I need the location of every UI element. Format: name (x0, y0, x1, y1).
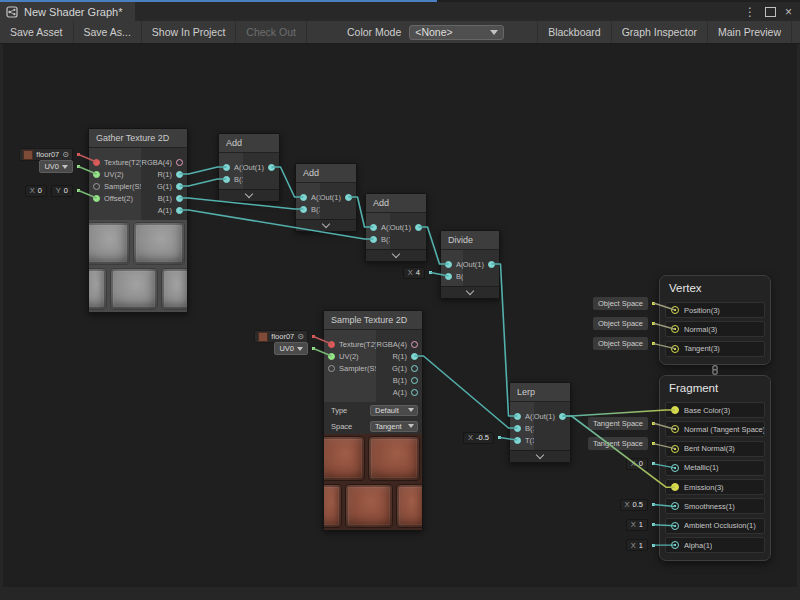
space-tag[interactable]: Tangent Space (588, 417, 655, 430)
number-field[interactable]: X4 (403, 267, 425, 279)
output-port[interactable] (411, 341, 418, 348)
output-port[interactable] (176, 183, 183, 190)
number-field[interactable]: X0.5 (620, 499, 648, 511)
space-tag[interactable]: Tangent Space (588, 437, 655, 450)
option-dropdown[interactable]: Default (370, 405, 418, 416)
input-port[interactable] (300, 206, 307, 213)
number-field[interactable]: Y0 (51, 185, 73, 197)
output-port[interactable] (488, 261, 495, 268)
node-gather[interactable]: Gather Texture 2DTexture(T2)UV(2)Sampler… (88, 128, 188, 313)
output-port[interactable] (345, 194, 352, 201)
object-picker-icon[interactable]: ⊙ (62, 151, 69, 159)
collapse-bar[interactable] (510, 450, 570, 462)
block-row[interactable]: Position(3) (665, 302, 765, 318)
number-field-widget[interactable]: X0.5 (620, 498, 655, 511)
blackboard-button[interactable]: Blackboard (537, 21, 612, 43)
collapse-bar[interactable] (296, 219, 356, 231)
collapse-bar[interactable] (441, 286, 499, 298)
number-field-widget[interactable]: X1 (626, 518, 655, 531)
kebab-menu-icon[interactable]: ⋮ (744, 6, 756, 18)
block-row[interactable]: Normal (Tangent Space)(3) (665, 421, 765, 437)
fields-widget[interactable]: X0Y0 (25, 184, 80, 197)
block-port[interactable] (671, 464, 679, 472)
input-port[interactable] (514, 413, 521, 420)
output-port[interactable] (176, 159, 183, 166)
output-port[interactable] (176, 207, 183, 214)
input-port[interactable] (514, 437, 521, 444)
input-port[interactable] (328, 365, 335, 372)
check-out-button[interactable]: Check Out (236, 21, 307, 43)
color-mode-dropdown[interactable]: <None> (409, 25, 504, 40)
block-row[interactable]: Alpha(1) (665, 537, 765, 553)
block-port[interactable] (671, 483, 679, 491)
save-as-button[interactable]: Save As... (74, 21, 142, 43)
number-field[interactable]: X0 (626, 458, 648, 470)
save-asset-button[interactable]: Save Asset (0, 21, 74, 43)
block-row[interactable]: Tangent(3) (665, 341, 765, 357)
number-field[interactable]: X1 (626, 519, 648, 531)
node-lerp[interactable]: LerpA(1)B(1)T(1)Out(1) (509, 382, 571, 463)
node-add1[interactable]: AddA(1)B(1)Out(1) (218, 133, 280, 202)
node-sample[interactable]: Sample Texture 2DTexture(T2)UV(2)Sampler… (323, 310, 423, 531)
block-port[interactable] (671, 425, 679, 433)
input-port[interactable] (93, 159, 100, 166)
block-vertex[interactable]: VertexPosition(3)Normal(3)Tangent(3) (659, 275, 771, 365)
graph-inspector-button[interactable]: Graph Inspector (611, 21, 708, 43)
input-port[interactable] (93, 195, 100, 202)
uv-channel-dropdown[interactable]: UV0 (39, 160, 73, 173)
block-port[interactable] (671, 445, 679, 453)
dropdown-widget[interactable]: UV0 (39, 160, 80, 173)
main-preview-button[interactable]: Main Preview (707, 21, 792, 43)
space-tag[interactable]: Object Space (593, 337, 655, 350)
block-row[interactable]: Emission(3) (665, 479, 765, 495)
node-add2[interactable]: AddA(1)B(1)Out(1) (295, 163, 357, 232)
block-row[interactable]: Base Color(3) (665, 402, 765, 418)
output-port[interactable] (176, 195, 183, 202)
space-tag[interactable]: Object Space (593, 297, 655, 310)
number-field[interactable]: X-0.5 (463, 432, 494, 444)
number-field-widget[interactable]: X1 (626, 539, 655, 552)
block-port[interactable] (671, 541, 679, 549)
number-field[interactable]: X1 (626, 539, 648, 551)
tab-new-shader-graph[interactable]: New Shader Graph* (0, 2, 135, 21)
dropdown-widget[interactable]: UV0 (274, 342, 315, 355)
block-port[interactable] (671, 345, 679, 353)
block-port[interactable] (671, 502, 679, 510)
graph-canvas[interactable]: Gather Texture 2DTexture(T2)UV(2)Sampler… (0, 0, 800, 600)
fields-widget[interactable]: X-0.5 (463, 431, 501, 444)
block-port[interactable] (671, 406, 679, 414)
block-row[interactable]: Ambient Occlusion(1) (665, 518, 765, 534)
input-port[interactable] (300, 194, 307, 201)
output-port[interactable] (176, 171, 183, 178)
maximize-icon[interactable] (765, 7, 776, 17)
input-port[interactable] (223, 176, 230, 183)
input-port[interactable] (445, 273, 452, 280)
block-row[interactable]: Smoothness(1) (665, 498, 765, 514)
number-field[interactable]: X0 (25, 185, 47, 197)
close-icon[interactable]: × (785, 6, 792, 18)
input-port[interactable] (328, 341, 335, 348)
output-port[interactable] (411, 377, 418, 384)
output-port[interactable] (268, 164, 275, 171)
output-port[interactable] (411, 389, 418, 396)
block-row[interactable]: Bent Normal(3) (665, 441, 765, 457)
block-row[interactable]: Normal(3) (665, 321, 765, 337)
block-port[interactable] (671, 325, 679, 333)
fields-widget[interactable]: X4 (403, 266, 432, 279)
object-picker-icon[interactable]: ⊙ (297, 333, 304, 341)
input-port[interactable] (328, 353, 335, 360)
input-port[interactable] (93, 171, 100, 178)
output-port[interactable] (411, 365, 418, 372)
show-in-project-button[interactable]: Show In Project (142, 21, 237, 43)
input-port[interactable] (514, 425, 521, 432)
block-row[interactable]: Metallic(1) (665, 460, 765, 476)
output-port[interactable] (415, 224, 422, 231)
option-dropdown[interactable]: Tangent (370, 421, 418, 432)
input-port[interactable] (370, 236, 377, 243)
block-port[interactable] (671, 306, 679, 314)
input-port[interactable] (370, 224, 377, 231)
collapse-bar[interactable] (366, 249, 426, 261)
node-divide[interactable]: DivideA(1)B(1)Out(1) (440, 230, 500, 299)
block-port[interactable] (671, 522, 679, 530)
output-port[interactable] (559, 413, 566, 420)
